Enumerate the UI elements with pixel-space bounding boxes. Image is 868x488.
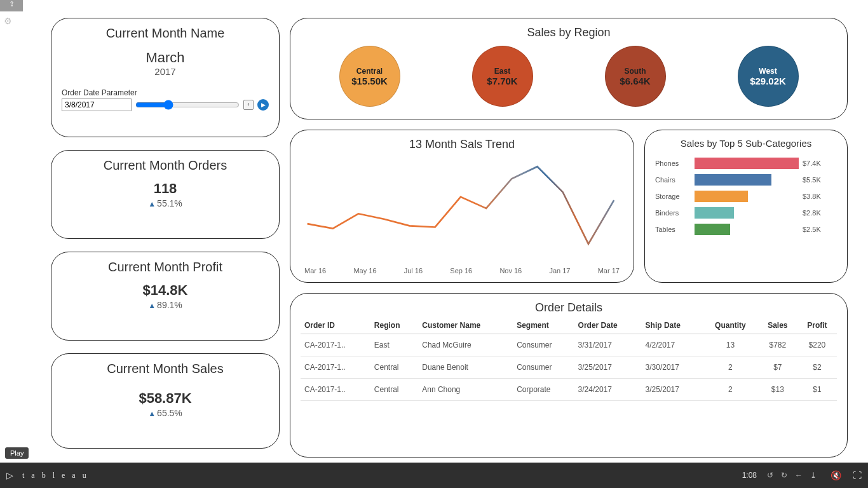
table-cell: 2 — [703, 379, 758, 401]
back-icon[interactable]: ← — [795, 471, 803, 480]
region-value: $15.50K — [351, 76, 388, 86]
table-cell: $1 — [797, 379, 837, 401]
table-cell: $2 — [797, 356, 837, 379]
table-cell: East — [370, 334, 418, 356]
table-cell: 3/25/2017 — [642, 379, 703, 401]
card-title: Current Month Profit — [62, 260, 269, 274]
region-value: $29.02K — [750, 76, 786, 86]
table-col-header[interactable]: Segment — [513, 317, 574, 334]
mid-row: 13 Month Sals Trend Mar 1 — [290, 130, 848, 283]
video-play-badge[interactable]: Play — [5, 447, 29, 459]
card-title: Current Month Name — [62, 26, 269, 41]
play-icon[interactable]: ▷ — [6, 470, 13, 480]
table-cell: $7 — [758, 356, 797, 379]
bar-fill — [695, 191, 748, 202]
region-circle[interactable]: West $29.02K — [738, 46, 799, 107]
region-circle[interactable]: South $6.64K — [605, 46, 666, 107]
bar-track — [695, 158, 799, 169]
table-col-header[interactable]: Order ID — [301, 317, 370, 334]
region-circle[interactable]: East $7.70K — [472, 46, 533, 107]
table-cell: CA-2017-1.. — [301, 356, 370, 379]
table-cell: 13 — [703, 334, 758, 356]
region-circles: Central $15.50KEast $7.70KSouth $6.64KWe… — [301, 43, 837, 112]
axis-tick-label: Mar 16 — [304, 267, 326, 274]
download-icon[interactable]: ⤓ — [810, 471, 817, 480]
card-current-month-sales: Current Month Sales $58.87K 65.5% — [51, 353, 280, 449]
table-col-header[interactable]: Region — [370, 317, 418, 334]
bar-track — [695, 191, 799, 202]
card-current-month-name: Current Month Name March 2017 Order Date… — [51, 18, 280, 137]
topcat-value: $7.4K — [803, 159, 837, 167]
tableau-logo: t a b l e a u — [22, 471, 89, 480]
card-13-month-trend: 13 Month Sals Trend Mar 1 — [290, 130, 634, 283]
parameter-play-button[interactable]: ▶ — [257, 99, 269, 111]
table-header-row: Order IDRegionCustomer NameSegmentOrder … — [301, 317, 837, 334]
axis-tick-label: Sep 16 — [450, 267, 472, 274]
redo-icon[interactable]: ↻ — [781, 471, 787, 480]
table-cell: $13 — [758, 379, 797, 401]
month-year-value: 2017 — [62, 66, 269, 77]
table-col-header[interactable]: Profit — [797, 317, 837, 334]
undo-icon[interactable]: ↺ — [767, 471, 773, 480]
table-row[interactable]: CA-2017-1..CentralAnn ChongCorporate3/24… — [301, 379, 837, 401]
share-icon[interactable]: ⇪ — [0, 0, 23, 11]
bar-track — [695, 207, 799, 219]
order-date-input[interactable] — [62, 98, 132, 111]
settings-gear-icon[interactable]: ⚙ — [4, 16, 12, 26]
bar-fill — [695, 174, 771, 186]
topcat-name: Tables — [655, 226, 691, 233]
region-name: East — [494, 67, 510, 76]
axis-tick-label: Nov 16 — [499, 267, 522, 274]
topcat-name: Phones — [655, 159, 691, 167]
topcat-name: Storage — [655, 193, 691, 200]
region-value: $6.64K — [620, 76, 650, 86]
table-col-header[interactable]: Ship Date — [642, 317, 703, 334]
bar-track — [695, 224, 799, 235]
right-column: Sales by Region Central $15.50KEast $7.7… — [290, 18, 848, 458]
table-col-header[interactable]: Sales — [758, 317, 797, 334]
region-name: South — [625, 67, 646, 76]
table-col-header[interactable]: Quantity — [703, 317, 758, 334]
table-row[interactable]: CA-2017-1..EastChad McGuireConsumer3/31/… — [301, 334, 837, 356]
month-name-value: March — [62, 50, 269, 66]
axis-tick-label: Jan 17 — [549, 267, 570, 274]
topcat-value: $3.8K — [803, 193, 837, 200]
video-time: 1:08 — [742, 471, 757, 480]
orders-delta: 55.1% — [62, 198, 269, 208]
order-date-slider[interactable] — [135, 100, 240, 110]
table-row[interactable]: CA-2017-1..CentralDuane BenoitConsumer3/… — [301, 356, 837, 379]
step-back-button[interactable]: ‹ — [243, 100, 254, 110]
profit-value: $14.8K — [62, 282, 269, 299]
table-cell: Corporate — [513, 379, 574, 401]
table-cell: 4/2/2017 — [642, 334, 703, 356]
sales-delta: 65.5% — [62, 408, 269, 418]
card-title: Order Details — [301, 301, 837, 315]
trend-axis-labels: Mar 16May 16Jul 16Sep 16Nov 16Jan 17Mar … — [301, 267, 623, 274]
table-cell: Central — [370, 356, 418, 379]
table-col-header[interactable]: Customer Name — [418, 317, 513, 334]
table-cell: Chad McGuire — [418, 334, 513, 356]
region-name: Central — [356, 67, 383, 76]
volume-mute-icon[interactable]: 🔇 — [831, 470, 841, 480]
table-col-header[interactable]: Order Date — [574, 317, 642, 334]
order-details-table: Order IDRegionCustomer NameSegmentOrder … — [301, 317, 837, 401]
table-cell: 3/30/2017 — [642, 356, 703, 379]
card-title: Current Month Sales — [62, 362, 269, 376]
table-cell: 2 — [703, 356, 758, 379]
card-title: 13 Month Sals Trend — [301, 138, 623, 151]
card-title: Current Month Orders — [62, 158, 269, 173]
parameter-controls: ‹ ▶ — [62, 98, 269, 111]
table-cell: CA-2017-1.. — [301, 379, 370, 401]
axis-tick-label: Jul 16 — [404, 267, 423, 274]
topcat-bars: Phones $7.4K Chairs $5.5K Storage $3.8K … — [655, 155, 837, 238]
topcat-bar-row: Tables $2.5K — [655, 221, 837, 238]
video-player-bar: ▷ t a b l e a u 1:08 ↺ ↻ ← ⤓ 🔇 ⛶ — [0, 463, 868, 488]
region-circle[interactable]: Central $15.50K — [339, 46, 400, 107]
card-title: Sales by Region — [301, 26, 837, 39]
profit-delta: 89.1% — [62, 300, 269, 310]
topcat-value: $2.5K — [803, 226, 837, 233]
fullscreen-icon[interactable]: ⛶ — [853, 470, 862, 480]
topcat-value: $5.5K — [803, 176, 837, 184]
card-title: Sales by Top 5 Sub-Categories — [655, 138, 837, 150]
table-cell: 3/31/2017 — [574, 334, 642, 356]
